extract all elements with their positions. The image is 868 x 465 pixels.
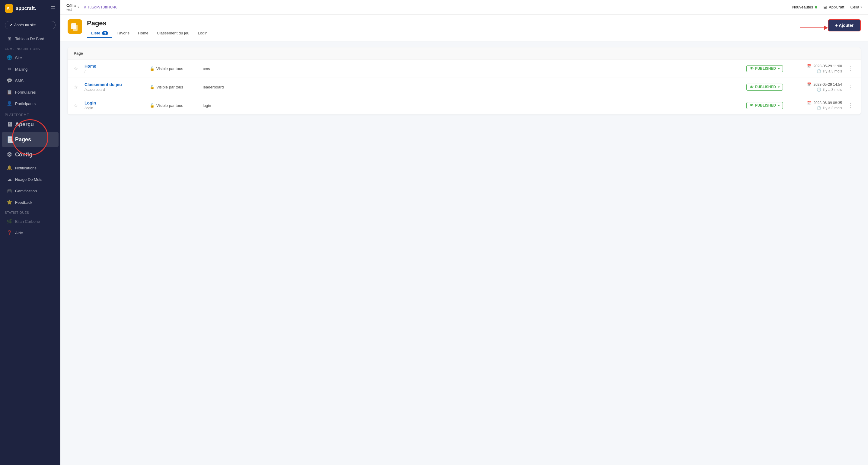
status-chevron: ▾ — [778, 67, 780, 70]
visibility-icon: 🔓 — [150, 85, 155, 89]
sidebar-item-formulaires[interactable]: 📋 Formulaires — [2, 87, 59, 97]
page-title: Pages — [87, 19, 212, 27]
eye-icon: 👁 — [750, 103, 754, 108]
topbar-user-menu[interactable]: Célia ▾ — [850, 5, 862, 9]
arrow-head — [824, 26, 828, 30]
table-row: ☆ Home / 🔓 Visible par tous cms 👁 PUBLIS… — [68, 59, 861, 78]
sidebar-item-label: Aperçu — [15, 121, 34, 128]
mail-icon: ✉ — [7, 66, 12, 72]
acces-icon: ↗ — [9, 23, 12, 27]
sidebar-item-pages[interactable]: 📄 Pages — [2, 132, 59, 147]
sidebar-item-apercu[interactable]: 🖥 Aperçu — [2, 117, 59, 132]
sidebar-item-label: Feedback — [15, 200, 32, 205]
celia-dropdown-chevron[interactable]: ▾ — [861, 5, 862, 9]
visibility-icon: 🔓 — [150, 66, 155, 71]
help-icon: ❓ — [7, 230, 12, 235]
star-login-icon[interactable]: ☆ — [74, 103, 80, 108]
topbar-user-name: Célia — [66, 3, 76, 8]
sidebar-item-bilan-carbone: 🌿 Bilan Carbone — [2, 216, 59, 227]
calendar-icon: 📅 — [807, 64, 812, 68]
sidebar-item-label: Site — [15, 56, 22, 60]
plateforme-section-label: PLATEFORME — [0, 109, 60, 117]
home-page-link[interactable]: Home — [85, 64, 145, 68]
login-type: login — [203, 103, 742, 108]
acces-au-site-button[interactable]: ↗ Accès au site — [5, 21, 56, 29]
home-more-button[interactable]: ⋮ — [847, 65, 855, 72]
login-visibility: 🔓 Visible par tous — [150, 103, 198, 108]
tab-liste-badge: 3 — [102, 31, 108, 35]
add-page-button[interactable]: + Ajouter — [828, 19, 861, 31]
page-content: Pages Liste 3 Favoris Home C — [60, 14, 868, 465]
sidebar-item-label: Config — [15, 152, 32, 158]
config-icon: ⚙ — [7, 151, 12, 158]
star-home-icon[interactable]: ☆ — [74, 66, 80, 71]
game-icon: 🎮 — [7, 188, 12, 194]
sidebar-item-sms[interactable]: 💬 SMS — [2, 75, 59, 86]
tab-favoris[interactable]: Favoris — [112, 29, 134, 38]
topbar-appcraft[interactable]: ⊞ AppCraft — [823, 5, 844, 10]
table-header: Page — [68, 48, 861, 59]
topbar-project-hash: # TuSgkvT3frHC46 — [84, 5, 117, 9]
login-date: 📅 2023-06-09 08:35 — [788, 101, 842, 105]
sidebar-item-label: Mailing — [15, 67, 28, 71]
arrow-line — [800, 27, 824, 28]
home-type: cms — [203, 66, 742, 71]
login-more-button[interactable]: ⋮ — [847, 102, 855, 109]
sidebar-item-label: Tableau De Bord — [15, 36, 44, 41]
sidebar-logo-area: A appcraft. ☰ — [0, 0, 60, 17]
page-header-left: Pages Liste 3 Favoris Home C — [68, 19, 212, 38]
monitor-icon: 🖥 — [7, 121, 12, 128]
sidebar-item-nuage-de-mots[interactable]: ☁ Nuage De Mots — [2, 174, 59, 185]
clock-icon: 🕐 — [817, 69, 821, 74]
topbar: Célia test ▾ # TuSgkvT3frHC46 Nouveautés… — [60, 0, 868, 14]
home-date-col: 📅 2023-05-29 11:00 🕐 il y a 3 mois — [788, 64, 842, 74]
user-icon: 👤 — [7, 101, 12, 106]
star-icon: ⭐ — [7, 200, 12, 205]
classement-more-button[interactable]: ⋮ — [847, 84, 855, 90]
classement-relative-date: 🕐 il y a 3 mois — [788, 88, 842, 92]
sidebar-menu-icon[interactable]: ☰ — [51, 5, 56, 12]
topbar-user[interactable]: Célia test ▾ — [66, 3, 79, 11]
sidebar-item-label: Formulaires — [15, 90, 36, 94]
login-status-badge[interactable]: 👁 PUBLISHED ▾ — [746, 102, 783, 109]
home-status-badge[interactable]: 👁 PUBLISHED ▾ — [746, 65, 783, 72]
tab-login[interactable]: Login — [193, 29, 212, 38]
home-date: 📅 2023-05-29 11:00 — [788, 64, 842, 68]
sidebar-item-aide[interactable]: ❓ Aide — [2, 227, 59, 238]
nouveautes-dot — [815, 6, 817, 8]
sidebar-item-notifications[interactable]: 🔔 Notifications — [2, 163, 59, 173]
appcraft-logo-icon: A — [5, 4, 13, 13]
classement-date-col: 📅 2023-05-29 14:54 🕐 il y a 3 mois — [788, 82, 842, 92]
clock-icon: 🕐 — [817, 106, 821, 110]
crm-section-label: CRM / INSCRIPTIONS — [0, 45, 60, 52]
pages-header-icon — [68, 19, 82, 34]
classement-page-link[interactable]: Classement du jeu — [85, 82, 145, 87]
logo-label: appcraft. — [16, 6, 36, 11]
arrow-annotation — [800, 26, 828, 30]
statistiques-section-label: STATISTIQUES — [0, 208, 60, 215]
sidebar-item-tableau-de-bord[interactable]: ⊞ Tableau De Bord — [2, 33, 59, 44]
login-page-link[interactable]: Login — [85, 100, 145, 106]
star-classement-icon[interactable]: ☆ — [74, 84, 80, 90]
sidebar-item-mailing[interactable]: ✉ Mailing — [2, 64, 59, 75]
sidebar-item-config[interactable]: ⚙ Config — [2, 147, 59, 162]
pages-table: Page ☆ Home / 🔓 Visible par tous cms 👁 P… — [68, 48, 861, 114]
tab-home[interactable]: Home — [134, 29, 153, 38]
tab-liste[interactable]: Liste 3 — [87, 29, 112, 38]
sidebar-item-feedback[interactable]: ⭐ Feedback — [2, 197, 59, 208]
home-page-url: / — [85, 69, 145, 74]
leaf-icon: 🌿 — [7, 219, 12, 224]
user-dropdown-chevron[interactable]: ▾ — [78, 5, 79, 9]
visibility-icon: 🔓 — [150, 103, 155, 108]
topbar-user-role: test — [66, 8, 76, 11]
sidebar-item-site[interactable]: 🌐 Site — [2, 52, 59, 63]
sidebar-item-participants[interactable]: 👤 Participants — [2, 98, 59, 109]
home-page-name-col: Home / — [85, 64, 145, 74]
pages-icon: 📄 — [7, 136, 12, 143]
home-visibility: 🔓 Visible par tous — [150, 66, 198, 71]
tab-classement-du-jeu[interactable]: Classement du jeu — [153, 29, 194, 38]
login-page-url: /login — [85, 106, 145, 110]
sidebar-item-gamification[interactable]: 🎮 Gamification — [2, 185, 59, 196]
classement-status-badge[interactable]: 👁 PUBLISHED ▾ — [746, 84, 783, 91]
topbar-nouveautes[interactable]: Nouveautés — [792, 5, 817, 9]
